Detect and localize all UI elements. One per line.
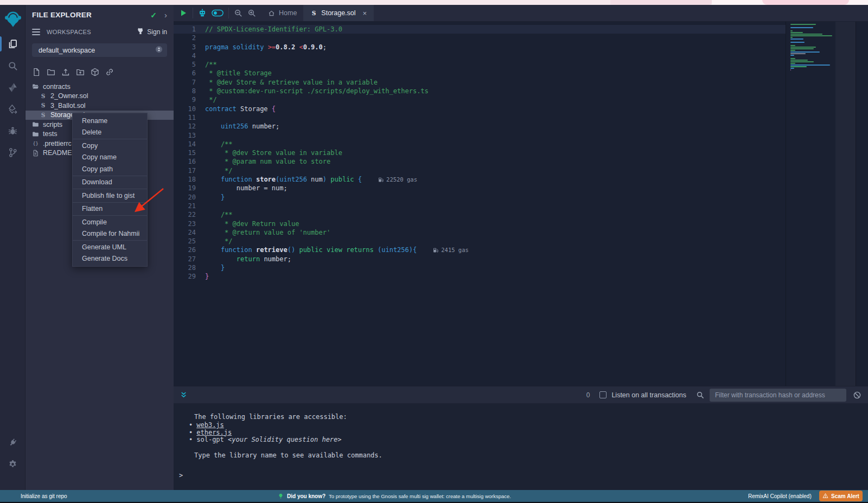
rail-top — [0, 5, 25, 163]
context-menu-item-download[interactable]: Download — [73, 177, 147, 189]
code-line-19[interactable]: 19 number = num; — [174, 184, 786, 192]
tree-item-contracts[interactable]: contracts — [25, 82, 174, 92]
code-line-11[interactable]: 11 — [174, 113, 786, 122]
code-text: * @return value of 'number' — [205, 228, 330, 237]
context-menu-item-flatten[interactable]: Flatten — [73, 203, 147, 215]
tree-item-3-ballot-sol[interactable]: S3_Ballot.sol — [25, 101, 174, 111]
plugin-manager-icon[interactable] — [0, 431, 25, 453]
tab-home[interactable]: Home — [261, 5, 304, 21]
context-menu-item-generate-docs[interactable]: Generate Docs — [73, 253, 147, 265]
listen-label[interactable]: Listen on all transactions — [611, 391, 686, 399]
context-menu-item-delete[interactable]: Delete — [73, 127, 147, 139]
code-line-26[interactable]: 26 function retrieve() public view retur… — [174, 246, 786, 254]
zoom-in-button[interactable] — [247, 9, 256, 17]
code-line-15[interactable]: 15 * @dev Store value in variable — [174, 149, 786, 157]
terminal-prompt[interactable]: > — [179, 472, 183, 479]
context-menu-item-compile[interactable]: Compile — [73, 216, 147, 228]
code-line-6[interactable]: 6 * @title Storage — [174, 69, 786, 78]
import-url-icon[interactable] — [105, 68, 114, 76]
transaction-filter-input[interactable] — [710, 389, 846, 402]
line-number: 15 — [174, 149, 205, 157]
context-menu-item-publish-file-to-gist[interactable]: Publish file to gist — [73, 190, 147, 202]
file-explorer-icon[interactable] — [0, 33, 25, 55]
copilot-status[interactable]: RemixAI Copilot (enabled) — [748, 490, 812, 502]
tree-item-label: README. — [43, 149, 74, 157]
workspaces-menu-icon[interactable] — [32, 27, 40, 37]
debugger-icon[interactable] — [0, 120, 25, 141]
code-text: /** — [205, 210, 233, 219]
context-menu-item-compile-for-nahmii[interactable]: Compile for Nahmii — [73, 228, 147, 240]
remixai-assistant-icon[interactable] — [198, 9, 207, 17]
init-git-repo-button[interactable]: Initialize as git repo — [21, 490, 67, 502]
context-menu-item-copy-path[interactable]: Copy path — [73, 163, 147, 175]
code-text: } — [205, 263, 225, 272]
search-icon[interactable] — [0, 55, 25, 76]
code-line-20[interactable]: 20 } — [174, 193, 786, 202]
context-menu-item-copy-name[interactable]: Copy name — [73, 152, 147, 164]
code-line-5[interactable]: 5/** — [174, 60, 786, 69]
code-line-7[interactable]: 7 * @dev Store & retrieve value in a var… — [174, 78, 786, 87]
code-line-23[interactable]: 23 * @dev Return value — [174, 220, 786, 228]
code-line-22[interactable]: 22 /** — [174, 210, 786, 219]
code-line-28[interactable]: 28 } — [174, 263, 786, 272]
code-line-29[interactable]: 29} — [174, 272, 786, 281]
code-line-13[interactable]: 13 — [174, 131, 786, 140]
library-link[interactable]: web3.js — [196, 421, 224, 429]
zoom-out-button[interactable] — [234, 9, 242, 17]
check-icon[interactable]: ✓ — [150, 11, 157, 20]
workspace-select[interactable]: default_workspace — [32, 43, 167, 57]
code-line-4[interactable]: 4 — [174, 51, 786, 60]
sign-in-button[interactable]: Sign in — [136, 27, 167, 37]
tree-item-2-owner-sol[interactable]: S2_Owner.sol — [25, 92, 174, 101]
settings-icon[interactable] — [0, 453, 25, 475]
minimap[interactable] — [790, 24, 835, 71]
remix-logo[interactable] — [0, 5, 25, 33]
context-menu-item-generate-uml[interactable]: Generate UML — [73, 241, 147, 253]
new-file-icon[interactable] — [32, 68, 41, 76]
upload-file-icon[interactable] — [61, 68, 70, 76]
tree-item-label: contracts — [43, 83, 71, 91]
code-line-12[interactable]: 12 uint256 number; — [174, 122, 786, 131]
copilot-toggle[interactable] — [212, 9, 224, 17]
scam-alert-button[interactable]: Scam Alert — [819, 491, 863, 501]
run-script-button[interactable] — [179, 9, 188, 17]
listen-checkbox[interactable] — [599, 391, 607, 398]
browser-strip — [0, 0, 868, 5]
code-line-24[interactable]: 24 * @return value of 'number' — [174, 228, 786, 237]
code-line-18[interactable]: 18 function store(uint256 num) public {2… — [174, 175, 786, 184]
code-text: */ — [205, 95, 217, 104]
tab-storage-sol[interactable]: SStorage.sol× — [304, 5, 374, 21]
solidity-compiler-icon[interactable] — [0, 76, 25, 98]
line-number: 13 — [174, 131, 205, 140]
svg-text:S: S — [41, 93, 45, 99]
code-line-14[interactable]: 14 /** — [174, 140, 786, 149]
line-number: 26 — [174, 246, 205, 254]
code-editor[interactable]: 1// SPDX-License-Identifier: GPL-3.023pr… — [174, 22, 868, 386]
code-line-9[interactable]: 9 */ — [174, 95, 786, 104]
code-line-2[interactable]: 2 — [174, 34, 786, 42]
code-line-27[interactable]: 27 return number; — [174, 255, 786, 263]
code-line-17[interactable]: 17 */ — [174, 166, 786, 175]
code-line-25[interactable]: 25 */ — [174, 237, 786, 246]
ipfs-box-icon[interactable] — [91, 68, 99, 76]
upload-folder-icon[interactable] — [76, 68, 85, 76]
chevron-right-icon[interactable]: › — [164, 10, 167, 20]
context-menu-item-copy[interactable]: Copy — [73, 140, 147, 152]
code-line-21[interactable]: 21 — [174, 202, 786, 210]
code-line-3[interactable]: 3pragma solidity >=0.8.2 <0.9.0; — [174, 43, 786, 51]
terminal-output[interactable]: The following libraries are accessible: … — [174, 403, 868, 490]
close-tab-icon[interactable]: × — [363, 9, 367, 17]
code-line-16[interactable]: 16 * @param num value to store — [174, 157, 786, 166]
code-line-8[interactable]: 8 * @custom:dev-run-script ./scripts/dep… — [174, 87, 786, 95]
context-menu-item-rename[interactable]: Rename — [73, 115, 147, 127]
library-link[interactable]: ethers.js — [196, 429, 232, 436]
line-number: 23 — [174, 220, 205, 228]
clear-console-icon[interactable] — [853, 391, 861, 399]
deploy-run-icon[interactable] — [0, 98, 25, 120]
terminal-collapse-icon[interactable] — [180, 391, 188, 399]
git-icon[interactable] — [0, 141, 25, 163]
code-line-10[interactable]: 10contract Storage { — [174, 105, 786, 113]
code-line-1[interactable]: 1// SPDX-License-Identifier: GPL-3.0 — [174, 25, 786, 34]
new-folder-icon[interactable] — [47, 68, 55, 76]
minimap-viewport[interactable] — [835, 22, 856, 386]
